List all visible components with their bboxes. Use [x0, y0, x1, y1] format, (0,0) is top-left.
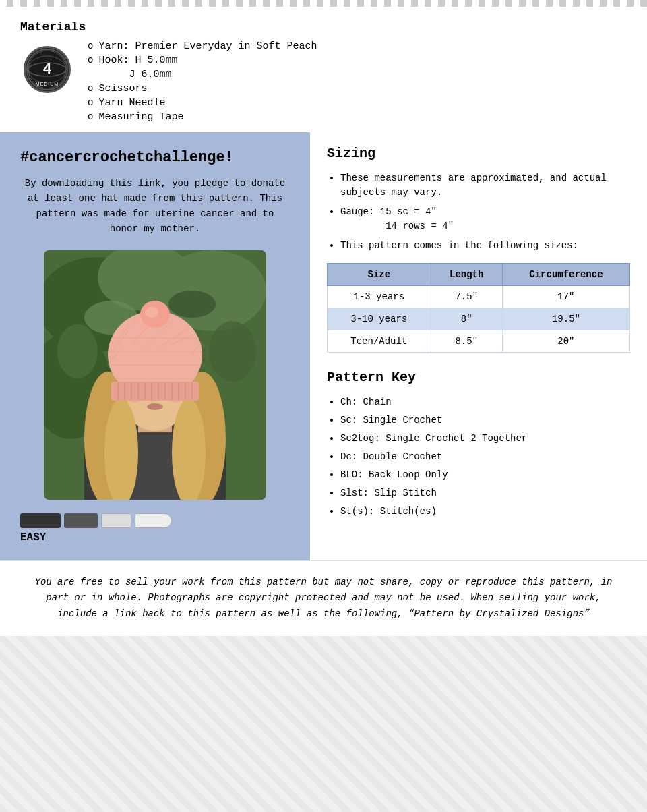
table-row: 1-3 years 7.5" 17" — [328, 286, 630, 308]
sizing-bullet-3: This pattern comes in the following size… — [340, 239, 630, 253]
materials-content: 4 MEDIUM o Yarn: Premier Everyday in Sof… — [20, 40, 627, 125]
sizing-list: These measurements are approximated, and… — [327, 171, 630, 253]
table-cell-size: 3-10 years — [328, 308, 431, 330]
bullet: o — [88, 111, 93, 122]
list-item: o Yarn: Premier Everyday in Soft Peach — [88, 40, 317, 52]
pattern-key-list: Ch: Chain Sc: Single Crochet Sc2tog: Sin… — [327, 395, 630, 519]
table-cell-length: 8.5" — [431, 330, 502, 353]
difficulty-label: EASY — [20, 531, 290, 544]
pattern-key-item: Dc: Double Crochet — [340, 450, 630, 464]
svg-point-13 — [168, 291, 216, 318]
material-needle: Yarn Needle — [98, 97, 165, 109]
bullet: o — [88, 55, 93, 65]
svg-text:MEDIUM: MEDIUM — [36, 82, 59, 86]
svg-point-15 — [209, 321, 256, 382]
pattern-key-item: Slst: Slip Stitch — [340, 486, 630, 500]
pattern-key-item: BLO: Back Loop Only — [340, 468, 630, 482]
material-yarn: Yarn: Premier Everyday in Soft Peach — [98, 40, 317, 52]
yarn-badge: 4 MEDIUM — [20, 40, 74, 98]
challenge-text: By downloading this link, you pledge to … — [20, 176, 290, 237]
materials-title: Materials — [20, 20, 627, 34]
pattern-key-item: St(s): Stitch(es) — [340, 504, 630, 519]
materials-list: o Yarn: Premier Everyday in Soft Peach o… — [88, 40, 317, 125]
table-row: 3-10 years 8" 19.5" — [328, 308, 630, 330]
sizing-title: Sizing — [327, 146, 630, 161]
yarn-badge-inner: 4 MEDIUM — [24, 46, 71, 93]
material-scissors: Scissors — [98, 83, 147, 94]
difficulty-block-2 — [64, 513, 98, 528]
difficulty-block-4 — [135, 513, 172, 528]
material-hook2: J 6.0mm — [98, 69, 171, 80]
material-tape: Measuring Tape — [98, 111, 183, 123]
svg-point-26 — [147, 403, 163, 410]
table-cell-size: Teen/Adult — [328, 330, 431, 353]
list-item: o Measuring Tape — [88, 111, 317, 123]
footer-text: You are free to sell your work from this… — [27, 575, 620, 622]
footer-section: You are free to sell your work from this… — [0, 560, 647, 636]
list-item: o Hook: H 5.0mm — [88, 55, 317, 66]
materials-section: Materials 4 MEDIUM — [0, 7, 647, 132]
list-item: o Scissors — [88, 83, 317, 94]
table-cell-size: 1-3 years — [328, 286, 431, 308]
right-panel: Sizing These measurements are approximat… — [310, 132, 647, 560]
list-item: o Yarn Needle — [88, 97, 317, 109]
table-cell-circumference: 20" — [502, 330, 629, 353]
table-row: Teen/Adult 8.5" 20" — [328, 330, 630, 353]
table-cell-length: 7.5" — [431, 286, 502, 308]
pattern-key-title: Pattern Key — [327, 370, 630, 385]
sizing-table: Size Length Circumference 1-3 years 7.5"… — [327, 263, 630, 353]
svg-text:4: 4 — [43, 60, 52, 77]
yarn-ball-icon: 4 MEDIUM — [26, 48, 69, 91]
bullet: o — [88, 97, 93, 108]
table-cell-circumference: 19.5" — [502, 308, 629, 330]
sizing-bullet-1: These measurements are approximated, and… — [340, 171, 630, 200]
table-header-size: Size — [328, 264, 431, 286]
challenge-title: #cancercrochetchallenge! — [20, 149, 290, 166]
bullet: o — [88, 40, 93, 51]
table-header-length: Length — [431, 264, 502, 286]
svg-point-60 — [145, 307, 158, 318]
left-panel: #cancercrochetchallenge! By downloading … — [0, 132, 310, 560]
difficulty-bar — [20, 513, 290, 528]
pattern-key-item: Sc: Single Crochet — [340, 413, 630, 428]
hat-photo: Crystalized Designs — [44, 250, 266, 500]
sizing-bullet-2: Gauge: 15 sc = 4" 14 rows = 4" — [340, 205, 630, 233]
main-content: #cancercrochetchallenge! By downloading … — [0, 132, 647, 560]
pattern-key-item: Ch: Chain — [340, 395, 630, 409]
difficulty-block-1 — [20, 513, 61, 528]
svg-point-14 — [57, 324, 98, 378]
list-item: o J 6.0mm — [88, 69, 317, 80]
table-cell-circumference: 17" — [502, 286, 629, 308]
pattern-key-item: Sc2tog: Single Crochet 2 Together — [340, 432, 630, 446]
bullet: o — [88, 83, 93, 94]
material-hook: Hook: H 5.0mm — [98, 55, 177, 66]
difficulty-block-3 — [101, 513, 131, 528]
table-cell-length: 8" — [431, 308, 502, 330]
hat-svg-image: Crystalized Designs — [44, 250, 266, 500]
table-header-circumference: Circumference — [502, 264, 629, 286]
